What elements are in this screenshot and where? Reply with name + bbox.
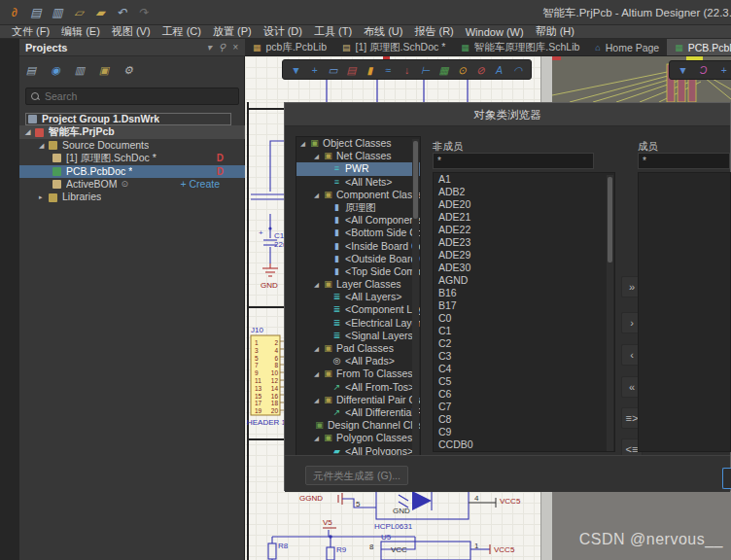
expand-arrow-icon[interactable]: ▸ (39, 191, 49, 203)
dialog-title[interactable]: 对象类浏览器 (285, 103, 730, 126)
scrollbar-thumb[interactable] (413, 141, 418, 219)
lasso-icon[interactable]: Ɔ (695, 62, 712, 79)
search-input[interactable] (45, 90, 233, 102)
net-list-item[interactable]: C5 (434, 375, 614, 388)
class-tree-item[interactable]: ↗ <All Differential Pairs: (296, 406, 420, 419)
project-tree-item[interactable]: ActiveBOM ⊙ + Create (19, 178, 245, 191)
nonmembers-filter-input[interactable] (433, 153, 594, 169)
pcb-canvas-margin[interactable]: CSDN @nervous__ (552, 481, 731, 560)
class-tree-item[interactable]: ◢ ▣ From To Classes (296, 368, 420, 380)
class-tree-item[interactable]: ▮ 原理图 (296, 201, 420, 214)
dropdown-icon[interactable]: ▾ (207, 42, 212, 52)
expand-arrow-icon[interactable]: ◢ (25, 125, 35, 138)
class-tree-item[interactable]: ◢ ▣ Net Classes (296, 150, 420, 162)
net-list-item[interactable]: C4 (434, 363, 614, 375)
text-icon[interactable]: A (491, 61, 507, 78)
class-tree-item[interactable]: ↗ <All From-Tos> (296, 381, 420, 394)
net-list-item[interactable]: ADE23 (434, 236, 614, 249)
net-list-item[interactable]: C0 (434, 312, 614, 325)
class-tree-item[interactable]: ▣ Design Channel Classes (296, 419, 420, 432)
undo-icon[interactable]: ↶ (113, 4, 130, 21)
class-tree-item[interactable]: ◢ ▣ Component Classes (296, 189, 420, 201)
selection-icon[interactable]: ▭ (325, 61, 341, 78)
move-icon[interactable]: + (306, 61, 323, 78)
class-tree-item[interactable]: ◢ ▣ Object Classes (296, 137, 420, 150)
component-icon[interactable]: ▦ (435, 61, 452, 78)
sheet-icon[interactable]: ▤ (343, 61, 360, 78)
ok-button[interactable] (722, 468, 731, 489)
expand-arrow-icon[interactable]: ◢ (39, 139, 49, 152)
expand-arrow-icon[interactable]: ◢ (314, 342, 323, 355)
menu-item[interactable]: 放置 (P) (207, 24, 258, 39)
menu-item[interactable]: 工具 (T) (308, 24, 358, 39)
class-tree-item[interactable]: ▮ <Inside Board Compo (296, 240, 420, 253)
class-tree-item[interactable]: ≡ <All Nets> (296, 176, 420, 189)
class-tree-item[interactable]: ◢ ▣ Polygon Classes (296, 432, 420, 444)
document-tab[interactable]: ⌂ Home Page (587, 39, 667, 55)
menu-item[interactable]: 设计 (D) (258, 24, 308, 39)
save-project-icon[interactable]: ▤ (23, 62, 39, 78)
menu-item[interactable]: Window (W) (460, 26, 530, 38)
net-list-item[interactable]: C6 (434, 388, 614, 401)
expand-arrow-icon[interactable]: ◢ (314, 189, 323, 201)
expand-arrow-icon[interactable]: ◢ (314, 432, 323, 444)
class-tree-item[interactable]: ◎ <All Pads> (296, 355, 420, 368)
class-tree-item[interactable]: ▮ <All Components> (296, 214, 420, 227)
expand-arrow-icon[interactable]: ◢ (300, 137, 309, 150)
expand-arrow-icon[interactable]: ◢ (314, 278, 323, 291)
net-list-item[interactable]: CCDB0 (434, 438, 614, 451)
open-folder-icon[interactable]: ▰ (91, 4, 109, 21)
class-tree-item[interactable]: ≣ <Component Layers> (296, 303, 420, 316)
project-tree-item[interactable]: PCB.PcbDoc * D (19, 165, 245, 178)
document-tab[interactable]: ▤ [1] 原理图.SchDoc * (334, 39, 453, 55)
schematic-canvas-bottom[interactable]: GGND 5 GND HCPL0631 4 VCC5 1k V5 R8 R9 U… (245, 481, 540, 560)
altium-logo[interactable]: ∂ (6, 4, 23, 21)
class-tree-item[interactable]: ≡ PWR (296, 162, 420, 175)
members-filter-input[interactable] (638, 153, 730, 169)
net-list-item[interactable]: C8 (434, 413, 614, 426)
pad-icon[interactable]: ▮ (362, 61, 378, 78)
class-tree-item[interactable]: ▮ <Outside Board Com (296, 253, 420, 265)
no-erc-icon[interactable]: ⊘ (472, 61, 489, 78)
menu-item[interactable]: 工程 (C) (157, 24, 207, 39)
project-tree-item[interactable]: ◢ Source Documents (19, 139, 245, 152)
expand-arrow-icon[interactable]: ◢ (314, 394, 323, 406)
pin-icon[interactable]: ⚲ (219, 42, 226, 52)
class-tree-item[interactable]: ≣ <Electrical Layers> (296, 317, 420, 330)
net-list-item[interactable]: ADE20 (434, 198, 614, 211)
schematic-canvas-left[interactable]: + C16 22uF GND J10 123456789101112131415… (245, 102, 284, 481)
scrollbar-thumb[interactable] (608, 177, 612, 262)
project-tree-item[interactable]: ◢ 智能车.PrjPcb (19, 125, 245, 138)
class-tree-item[interactable]: ▮ <Bottom Side Compo (296, 227, 420, 239)
net-list-item[interactable]: A1 (434, 173, 614, 186)
net-list-item[interactable]: ADE29 (434, 249, 614, 262)
expand-arrow-icon[interactable]: ◢ (314, 150, 323, 162)
create-link[interactable]: + Create (180, 178, 220, 191)
menu-item[interactable]: 报告 (R) (408, 24, 459, 39)
document-tab[interactable]: ▦ PCB.PcbDoc * (667, 39, 731, 55)
compile-icon[interactable]: ◉ (48, 62, 63, 78)
add-icon[interactable]: + (715, 62, 731, 79)
net-list-item[interactable]: B17 (434, 299, 614, 312)
class-tree-item[interactable]: ◢ ▣ Layer Classes (296, 278, 420, 291)
tree-scrollbar[interactable] (412, 139, 419, 456)
class-tree-item[interactable]: ▮ <Top Side Componen (296, 265, 420, 278)
menu-item[interactable]: 帮助 (H) (530, 24, 580, 39)
projects-search[interactable] (25, 88, 239, 105)
project-tree-item[interactable]: ▸ Libraries (19, 191, 245, 203)
class-tree-item[interactable]: ◢ ▣ Pad Classes (296, 342, 420, 355)
class-tree-item[interactable]: ≣ <Signal Layers> (296, 330, 420, 342)
menu-item[interactable]: 文件 (F) (6, 24, 55, 39)
net-list-item[interactable]: AGND (434, 274, 614, 287)
route-icon[interactable]: ≈ (380, 61, 397, 78)
net-list-item[interactable]: C2 (434, 337, 614, 350)
net-list-item[interactable]: ADE21 (434, 211, 614, 224)
save-icon[interactable]: ▤ (27, 4, 45, 21)
expand-arrow-icon[interactable]: ◢ (314, 368, 323, 380)
menu-item[interactable]: 布线 (U) (358, 24, 408, 39)
document-tab[interactable]: ▦ pcb库.PcbLib (245, 39, 334, 55)
class-tree-item[interactable]: ≣ <All Layers> (296, 291, 420, 303)
menu-item[interactable]: 编辑 (E) (55, 24, 106, 39)
settings-gear-icon[interactable]: ⚙ (121, 62, 136, 78)
net-list-item[interactable]: C1 (434, 325, 614, 337)
